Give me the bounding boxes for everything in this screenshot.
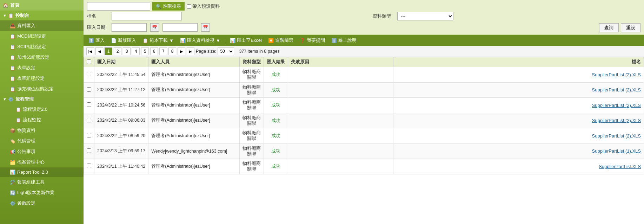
page-3[interactable]: 3 [123,47,131,55]
page-last-button[interactable]: ▶| [187,47,194,55]
table-row: 2024/3/13 上午 09:59:17 Wendy[wendy_lightc… [84,143,644,159]
sidebar-item-process-monitor[interactable]: 📋 流程監控 [0,115,84,125]
table-row: 2024/3/22 上午 11:27:12 管理者(Administrator)… [84,82,644,98]
sidebar-item-params[interactable]: ⚙️ 參數設定 [0,198,84,209]
row-checkbox-4[interactable] [87,133,91,137]
row-import-date-0: 2024/3/22 上午 11:45:54 [94,67,148,83]
sidebar-group-process-label: 流程管理 [15,96,34,102]
row-data-type-6: 物料廠商關聯 [240,159,264,174]
doc-button[interactable]: ℹ️ 線上說明 [328,36,359,45]
preset-checkbox[interactable] [187,4,191,9]
sidebar-item-process-config[interactable]: 📋 流程設定2.0 [0,104,84,115]
page-8[interactable]: 8 [168,47,176,55]
row-data-type-2: 物料廠商關聯 [240,98,264,113]
sidebar-item-data-import-label: 資料匯入 [17,23,35,29]
page-info: 377 items in 8 pages [239,49,279,54]
row-filename-6[interactable]: SupplierPartList.XLS [393,159,644,174]
sidebar-item-data-import[interactable]: 📥 資料匯入 [0,20,84,31]
row-checkbox-1[interactable] [87,87,91,92]
new-import-button[interactable]: 📄 新版匯入 [108,36,139,45]
file-link-1[interactable]: SupplierPartList (2).XLS [592,87,641,92]
row-checkbox-2[interactable] [87,102,91,107]
sidebar-item-process-config-label: 流程設定2.0 [23,106,47,113]
page-first-button[interactable]: |◀ [86,47,94,55]
announcement-icon: 📢 [10,149,15,154]
sidebar-group-process[interactable]: ▼ ⚙️ 流程管理 [0,94,84,104]
sidebar-item-material[interactable]: 📦 物質資料 [0,125,84,136]
row-filename-1[interactable]: SupplierPartList (2).XLS [393,82,644,98]
help-button[interactable]: ❓ 我要提問 [297,36,328,45]
advanced-search-button[interactable]: 🔍 進階搜尋 [152,2,185,11]
process-config-icon: 📋 [15,107,21,112]
sidebar-item-report-builder[interactable]: 🛠️ 報表組建工具 [0,177,84,187]
page-next-button[interactable]: ▶ [178,47,185,55]
filename-input[interactable] [112,12,182,20]
file-link-6[interactable]: SupplierPartList.XLS [599,164,641,169]
page-1[interactable]: 1 [105,47,112,55]
form-icon: 📋 [10,65,15,71]
data-type-select[interactable]: --- 物料廠商關聯 其他 [397,12,453,20]
sidebar-item-scip-config[interactable]: 📋 SCIP組態設定 [0,41,84,52]
file-link-5[interactable]: SupplierPartList (1).XLS [592,148,641,154]
excel-button[interactable]: 📊 匯出至Excel [227,36,265,45]
excel-icon: 📊 [230,38,235,43]
import-date-from[interactable] [112,23,147,32]
page-7[interactable]: 7 [159,47,167,55]
import-button[interactable]: ⬆️ 匯入 [86,36,107,45]
calendar-to-button[interactable]: 📅 [201,23,210,32]
sidebar-item-announcement[interactable]: 📢 公告事項 [0,146,84,157]
page-2[interactable]: 2 [114,47,121,55]
row-filename-0[interactable]: SupplierPartList (2).XLS [393,67,644,83]
check-button[interactable]: 📊 匯入資料檢視 ▼ [177,36,223,45]
file-link-2[interactable]: SupplierPartList (2).XLS [592,103,641,108]
page-prev-button[interactable]: ◀ [95,47,103,55]
th-importer: 匯入人員 [148,57,240,67]
table-row: 2024/3/11 上午 11:40:42 管理者(Administrator)… [84,159,644,174]
calendar-from-button[interactable]: 📅 [150,23,159,32]
sidebar-item-home[interactable]: 🏠 首頁 [0,0,84,11]
template-button[interactable]: 📋 範本下載 ▼ [140,36,177,45]
query-button[interactable]: 查詢 [599,23,619,32]
row-checkbox-0[interactable] [87,72,91,76]
sidebar-item-light-update[interactable]: 🔄 Light版本更新作業 [0,187,84,198]
row-filename-3[interactable]: SupplierPartList (2).XLS [393,113,644,128]
file-link-3[interactable]: SupplierPartList (2).XLS [592,118,641,123]
row-checkbox-6[interactable] [87,164,91,168]
row-filename-4[interactable]: SupplierPartList (2).XLS [393,128,644,144]
page-4[interactable]: 4 [132,47,140,55]
reset-button[interactable]: 重設 [621,23,640,32]
sidebar-item-code-mgmt[interactable]: 🏷️ 代碼管理 [0,136,84,146]
row-result-5: 成功 [264,143,288,159]
sidebar-item-report-tool[interactable]: 📊 Report Tool 2.0 [0,167,84,177]
search-input[interactable] [87,2,150,11]
row-data-type-0: 物料廠商關聯 [240,67,264,83]
sidebar-item-form-config[interactable]: 📋 表單設定 [0,63,84,73]
sidebar-item-file-mgmt[interactable]: 🗂️ 檔案管理中心 [0,157,84,167]
file-link-4[interactable]: SupplierPartList (2).XLS [592,133,641,139]
page-6[interactable]: 6 [150,47,158,55]
import-date-to[interactable] [162,23,198,32]
preset-checkbox-label[interactable]: 帶入預設資料 [187,3,220,9]
row-filename-5[interactable]: SupplierPartList (1).XLS [393,143,644,159]
process-arrow: ▼ [3,97,7,101]
table-row: 2024/3/22 上午 10:24:56 管理者(Administrator)… [84,98,644,113]
file-link-0[interactable]: SupplierPartList (2).XLS [592,72,641,77]
row-importer-1: 管理者(Administrator)[ezUser] [148,82,240,98]
row-reason-4 [288,128,393,144]
sidebar-group-dashboard[interactable]: ▼ 📋 控制台 [0,11,84,20]
filter-button[interactable]: 🔽 進階篩選 [265,36,296,45]
row-import-date-2: 2024/3/22 上午 10:24:56 [94,98,148,113]
sidebar-group-dashboard-label: 控制台 [15,12,29,19]
sidebar-item-report-tool-label: Report Tool 2.0 [17,169,48,175]
sidebar-item-ext-field[interactable]: 📋 擴充欄位組態設定 [0,84,84,94]
select-all-checkbox[interactable] [87,59,91,64]
page-5[interactable]: 5 [141,47,149,55]
row-filename-2[interactable]: SupplierPartList (2).XLS [393,98,644,113]
sidebar-item-mcd-config[interactable]: 📋 MCD組態設定 [0,31,84,41]
row-checkbox-5[interactable] [87,148,91,153]
sidebar-item-ca65-config[interactable]: 📋 加州65組態設定 [0,52,84,63]
sidebar-item-form-group-config[interactable]: 📋 表單組態設定 [0,73,84,84]
row-reason-1 [288,82,393,98]
row-checkbox-3[interactable] [87,118,91,122]
page-size-select[interactable]: 10 25 50 100 [218,47,234,55]
